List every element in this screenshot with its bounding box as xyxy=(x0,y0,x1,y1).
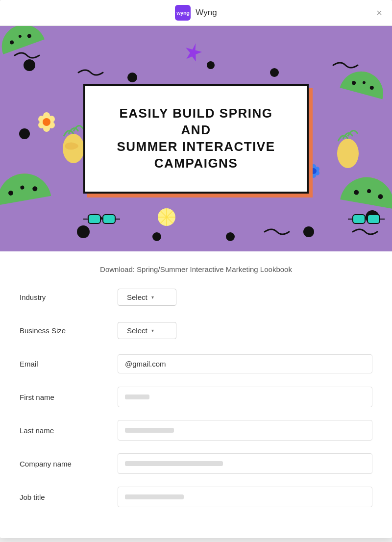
svg-point-23 xyxy=(63,134,84,163)
svg-point-46 xyxy=(315,167,319,172)
industry-control: Select ▾ xyxy=(118,289,372,306)
svg-point-2 xyxy=(207,61,215,69)
svg-point-10 xyxy=(366,210,379,224)
svg-rect-27 xyxy=(88,215,100,223)
svg-point-13 xyxy=(27,33,32,38)
svg-point-16 xyxy=(369,85,374,90)
hero-title: EASILY BUILD SPRING AND SUMMER INTERACTI… xyxy=(110,105,282,172)
email-input[interactable] xyxy=(118,354,372,373)
svg-point-41 xyxy=(43,125,50,132)
last-name-label: Last name xyxy=(20,426,118,435)
svg-marker-37 xyxy=(183,41,204,63)
svg-point-1 xyxy=(127,73,137,82)
company-name-row: Company name xyxy=(20,452,372,475)
app-title: Wyng xyxy=(196,8,217,18)
email-control xyxy=(118,354,372,373)
last-name-row: Last name xyxy=(20,419,372,442)
business-size-label: Business Size xyxy=(20,326,118,335)
job-title-row: Job title xyxy=(20,485,372,509)
svg-point-9 xyxy=(303,226,314,237)
app-window: wyng Wyng × xyxy=(0,0,392,538)
svg-point-22 xyxy=(378,194,384,199)
business-size-select-arrow: ▾ xyxy=(151,328,154,333)
email-label: Email xyxy=(20,360,118,368)
svg-point-15 xyxy=(362,81,366,84)
company-name-label: Company name xyxy=(20,460,118,468)
svg-point-6 xyxy=(77,225,90,238)
svg-point-45 xyxy=(311,164,316,169)
svg-point-42 xyxy=(38,122,45,128)
company-name-placeholder-bar xyxy=(125,461,223,466)
business-size-row: Business Size Select ▾ xyxy=(20,319,372,342)
first-name-control xyxy=(118,387,372,407)
job-title-input-wrapper[interactable] xyxy=(118,487,372,507)
svg-point-24 xyxy=(337,139,359,168)
svg-point-21 xyxy=(367,189,371,193)
first-name-label: First name xyxy=(20,393,118,401)
job-title-control xyxy=(118,487,372,507)
svg-point-11 xyxy=(9,40,14,45)
svg-point-19 xyxy=(32,186,38,192)
svg-point-51 xyxy=(311,168,317,174)
industry-select-arrow: ▾ xyxy=(151,295,154,300)
last-name-input-wrapper[interactable] xyxy=(118,420,372,441)
svg-line-56 xyxy=(160,211,173,223)
form-section: Download: Spring/Summer Interactive Mark… xyxy=(0,251,392,538)
svg-point-4 xyxy=(356,78,369,91)
svg-point-44 xyxy=(43,118,50,126)
svg-rect-28 xyxy=(103,215,115,223)
svg-point-12 xyxy=(18,34,22,38)
svg-point-40 xyxy=(48,122,55,128)
svg-line-55 xyxy=(160,211,173,223)
hero-banner: EASILY BUILD SPRING AND SUMMER INTERACTI… xyxy=(0,26,392,251)
logo-text: wyng xyxy=(176,10,189,16)
first-name-placeholder-bar xyxy=(125,394,149,399)
svg-point-47 xyxy=(315,171,319,175)
business-size-select-value: Select xyxy=(127,326,147,335)
hero-card: EASILY BUILD SPRING AND SUMMER INTERACTI… xyxy=(83,84,309,193)
svg-point-3 xyxy=(270,68,279,77)
email-row: Email xyxy=(20,352,372,375)
app-logo: wyng xyxy=(175,5,191,21)
first-name-input-wrapper[interactable] xyxy=(118,387,372,407)
svg-point-7 xyxy=(152,232,161,241)
form-subtitle: Download: Spring/Summer Interactive Mark… xyxy=(20,261,372,273)
first-name-row: First name xyxy=(20,385,372,409)
svg-rect-32 xyxy=(353,215,365,223)
svg-point-17 xyxy=(8,190,14,196)
industry-select[interactable]: Select ▾ xyxy=(118,289,176,306)
industry-select-value: Select xyxy=(127,293,147,301)
svg-rect-33 xyxy=(368,215,380,223)
last-name-control xyxy=(118,420,372,441)
industry-label: Industry xyxy=(20,293,118,301)
last-name-placeholder-bar xyxy=(125,428,174,433)
svg-point-38 xyxy=(43,112,50,119)
company-name-input-wrapper[interactable] xyxy=(118,453,372,474)
close-button[interactable]: × xyxy=(376,8,382,18)
svg-point-5 xyxy=(19,128,30,139)
svg-point-20 xyxy=(353,190,359,196)
business-size-select[interactable]: Select ▾ xyxy=(118,322,176,339)
business-size-control: Select ▾ xyxy=(118,322,372,339)
svg-point-43 xyxy=(38,116,45,123)
svg-point-48 xyxy=(311,173,316,178)
svg-point-39 xyxy=(48,116,55,123)
svg-point-0 xyxy=(24,59,35,71)
svg-point-18 xyxy=(20,185,24,190)
svg-point-14 xyxy=(351,80,356,85)
job-title-label: Job title xyxy=(20,493,118,501)
job-title-placeholder-bar xyxy=(125,494,184,499)
industry-row: Industry Select ▾ xyxy=(20,285,372,309)
svg-point-52 xyxy=(158,208,175,226)
svg-point-8 xyxy=(226,232,235,241)
company-name-control xyxy=(118,453,372,474)
title-bar: wyng Wyng × xyxy=(0,0,392,26)
